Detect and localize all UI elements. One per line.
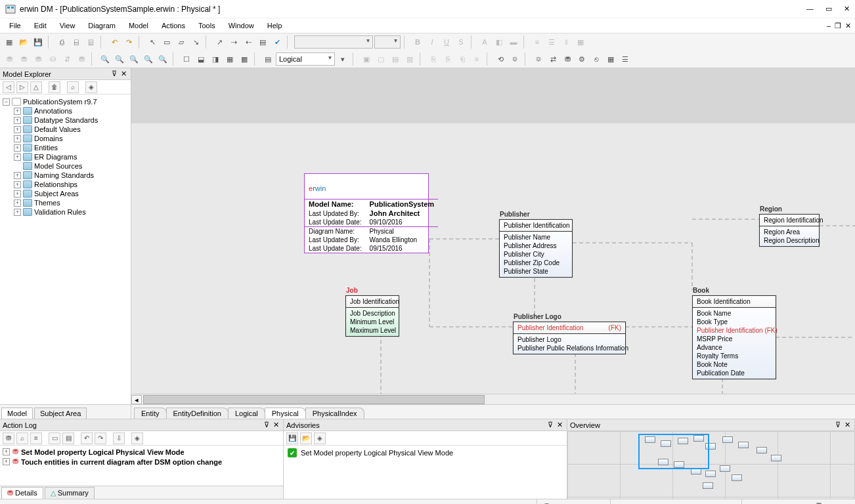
delete-button[interactable]: 🗑 [49, 81, 60, 93]
adv-tag-button[interactable]: ◈ [314, 432, 326, 444]
zoom-tool[interactable]: 🔍 [99, 52, 112, 66]
log-tool-button[interactable]: ⇩ [113, 432, 125, 444]
advisory-row[interactable]: ✔ Set Model property Logical Physical Vi… [285, 447, 565, 459]
log-tool-button[interactable]: ↷ [95, 432, 106, 444]
tool-button[interactable]: ⛭ [532, 52, 545, 66]
menu-window[interactable]: Window [223, 20, 259, 31]
strike-button[interactable]: S [454, 35, 468, 49]
tree-root[interactable]: − PublicationSystem r9.7 [1, 97, 129, 106]
italic-button[interactable]: I [426, 35, 439, 49]
action-log-tab-details[interactable]: ⛃ Details [1, 487, 43, 499]
viewport-indicator[interactable] [638, 434, 709, 469]
rel-tool-3[interactable]: ⇢ [227, 35, 240, 49]
pin-icon[interactable]: ⊽ [833, 421, 843, 429]
tree-item[interactable]: +Naming Standards [1, 171, 129, 180]
font-color-button[interactable]: A [478, 35, 491, 49]
entity-tool[interactable]: ▭ [160, 35, 173, 49]
explorer-tab-subject-area[interactable]: Subject Area [34, 408, 87, 419]
print-button[interactable]: ⎙ [55, 35, 68, 49]
line-color-button[interactable]: ▬ [507, 35, 520, 49]
nav-back-button[interactable]: ◁ [3, 81, 14, 93]
minimize-button[interactable]: — [806, 5, 814, 13]
entity-region[interactable]: Region Region Identification Region Area… [759, 214, 820, 247]
menu-help[interactable]: Help [262, 20, 288, 31]
tool-button[interactable]: ▣ [360, 52, 373, 66]
tool-button[interactable]: ⌸ [70, 35, 83, 49]
menu-model[interactable]: Model [123, 20, 154, 31]
layout-button[interactable]: ▦ [223, 52, 236, 66]
find-button[interactable]: ⌕ [67, 81, 79, 93]
tool-button[interactable]: ⛃ [561, 52, 574, 66]
menu-tools[interactable]: Tools [193, 20, 221, 31]
tool-button[interactable]: ▢ [374, 52, 387, 66]
menu-view[interactable]: View [55, 20, 81, 31]
note-tool[interactable]: ▤ [256, 35, 269, 49]
nav-up-button[interactable]: △ [30, 81, 42, 93]
tree-item[interactable]: +Entities [1, 143, 129, 152]
tool-button[interactable]: ⎘ [427, 52, 440, 66]
tool-button[interactable]: ▥ [403, 52, 416, 66]
check-tool[interactable]: ✔ [271, 35, 284, 49]
tool-button[interactable]: ▦ [604, 52, 617, 66]
zoom-100-button[interactable]: 🔍 [156, 52, 169, 66]
tab-physical[interactable]: Physical [265, 408, 306, 419]
dropdown-icon[interactable]: ▾ [336, 52, 349, 66]
mdi-close-button[interactable]: ✕ [845, 22, 851, 30]
font-combo[interactable] [294, 35, 373, 49]
tree-item[interactable]: +Subject Areas [1, 189, 129, 198]
tool-button[interactable]: ⎋ [590, 52, 603, 66]
mdi-minimize-button[interactable]: – [827, 22, 831, 30]
display-level-button[interactable]: ▤ [261, 52, 274, 66]
tab-logical[interactable]: Logical [228, 408, 265, 419]
view-tool[interactable]: ▱ [175, 35, 188, 49]
tool-button[interactable]: ▤ [389, 52, 402, 66]
pointer-tool[interactable]: ↖ [146, 35, 159, 49]
menu-diagram[interactable]: Diagram [83, 20, 121, 31]
save-button[interactable]: 💾 [32, 35, 45, 49]
align-button[interactable]: ▦ [574, 35, 587, 49]
zoom-fit-button[interactable]: 🔍 [142, 52, 155, 66]
mart-button[interactable]: ⛃ [17, 52, 30, 66]
mart-button[interactable]: ⛃ [75, 52, 88, 66]
tool-button[interactable]: ⛭ [508, 52, 521, 66]
mart-button[interactable]: ⇵ [60, 52, 74, 66]
mart-button[interactable]: ⛃ [3, 52, 16, 66]
horizontal-scrollbar[interactable]: ◂ [131, 394, 855, 404]
rel-tool-2[interactable]: ↗ [213, 35, 226, 49]
tool-button[interactable]: ⎗ [456, 52, 469, 66]
tab-physical-index[interactable]: PhysicalIndex [305, 408, 364, 419]
tool-button[interactable]: ⇄ [546, 52, 559, 66]
align-button[interactable]: ≡ [531, 35, 544, 49]
adv-open-button[interactable]: 📂 [300, 432, 312, 444]
tile-h-button[interactable]: ⬓ [194, 52, 208, 66]
tab-entity-definition[interactable]: EntityDefinition [166, 408, 229, 419]
rel-tool-4[interactable]: ⇠ [242, 35, 255, 49]
pin-icon[interactable]: ⊽ [546, 421, 555, 429]
tree-item[interactable]: +Annotations [1, 106, 129, 116]
redo-button[interactable]: ↷ [122, 35, 135, 49]
log-tool-button[interactable]: ▤ [62, 432, 74, 444]
tool-button[interactable]: ⎘ [441, 52, 454, 66]
tree-item[interactable]: +Domains [1, 134, 129, 143]
tree-item[interactable]: +Default Values [1, 125, 129, 134]
fill-color-button[interactable]: ◧ [493, 35, 506, 49]
close-panel-icon[interactable]: ✕ [271, 421, 280, 429]
log-find-button[interactable]: ⌕ [16, 432, 28, 444]
explorer-tab-model[interactable]: Model [1, 408, 33, 419]
menu-actions[interactable]: Actions [156, 20, 190, 31]
zoom-in-button[interactable]: 🔍 [113, 52, 126, 66]
bold-button[interactable]: B [411, 35, 424, 49]
mart-button[interactable]: ⛃ [32, 52, 45, 66]
maximize-button[interactable]: ▭ [825, 5, 832, 13]
new-button[interactable]: ▦ [3, 35, 16, 49]
align-button[interactable]: ⫴ [559, 35, 573, 49]
log-tag-button[interactable]: ◈ [131, 432, 143, 444]
close-panel-icon[interactable]: ✕ [843, 421, 852, 429]
action-log-row[interactable]: +⛃ Touch entities in current diagram aft… [1, 457, 282, 467]
open-button[interactable]: 📂 [17, 35, 30, 49]
diagram-canvas[interactable]: erwin Model Name:PublicationSystem Last … [131, 68, 855, 394]
entity-job[interactable]: Job Job Identification Job Description M… [345, 295, 399, 337]
tag-button[interactable]: ◈ [85, 81, 97, 93]
tree-item[interactable]: Model Sources [1, 161, 129, 171]
scroll-left-icon[interactable]: ◂ [131, 395, 142, 404]
